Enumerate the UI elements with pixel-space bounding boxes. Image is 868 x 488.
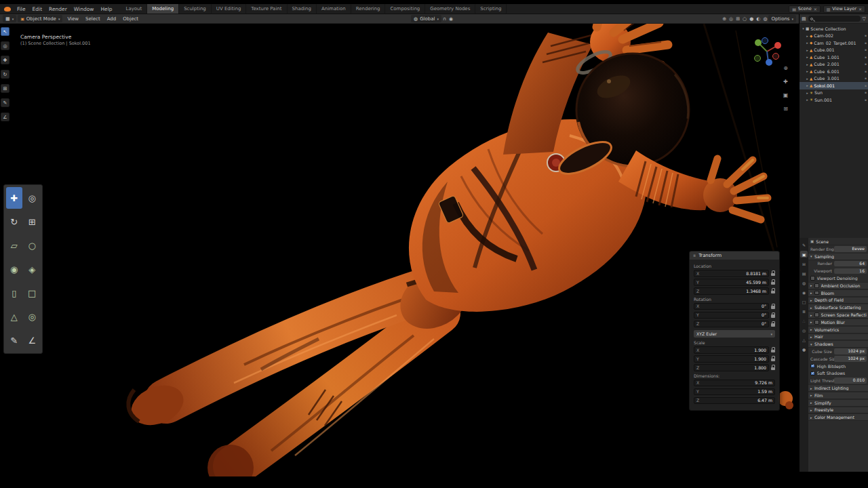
view-layer-chip[interactable]: ▥ View Layer ✕	[823, 5, 865, 13]
annotate-tool[interactable]: ✎	[1, 98, 9, 107]
field-value-viewport[interactable]: 16	[834, 268, 867, 274]
lock-icon[interactable]	[771, 288, 775, 293]
measure-tool[interactable]: ∠	[24, 329, 41, 351]
workspace-tab-texture-paint[interactable]: Texture Paint	[246, 4, 287, 14]
outliner-row-sokol-001[interactable]: ▸▲Sokol.001▪	[800, 82, 868, 89]
viewport-menu-add[interactable]: Add	[104, 16, 120, 22]
check-row-soft-shadows[interactable]: Soft Shadows	[808, 370, 868, 378]
transform-dimensions-x[interactable]: X9.726 m	[694, 380, 775, 387]
checkbox-screen-space-reflections[interactable]	[814, 312, 819, 317]
outliner-row-cube-6-001[interactable]: ▸▲Cube_6.001▪	[800, 68, 868, 75]
disclosure-icon[interactable]: ▸	[805, 98, 810, 102]
object-data-tab[interactable]: △	[800, 336, 808, 343]
rotate-tool[interactable]: ↻	[6, 211, 22, 232]
section-bloom[interactable]: ▸Bloom	[808, 289, 868, 297]
checkbox-bloom[interactable]	[814, 291, 819, 296]
checkbox-ambient-occlusion[interactable]	[814, 283, 819, 288]
visibility-icon[interactable]: ▪	[865, 41, 867, 45]
outliner-row-sun[interactable]: ▸☀Sun▪	[800, 89, 868, 97]
workspace-tab-modeling[interactable]: Modeling	[147, 4, 179, 14]
mode-dropdown[interactable]: ▣ Object Mode ▾	[18, 15, 62, 22]
section-screen-space-reflections[interactable]: ▸Screen Space Reflections	[808, 311, 868, 319]
checkbox-motion-blur[interactable]	[814, 320, 819, 325]
transform-orientation-dropdown[interactable]: ◍ Global ▾	[411, 15, 441, 22]
workspace-tab-geometry-nodes[interactable]: Geometry Nodes	[425, 4, 475, 14]
pan-icon[interactable]: ✚	[781, 77, 790, 86]
shading-wireframe-icon[interactable]: ○	[743, 16, 747, 22]
particles-tab[interactable]: ∴	[800, 317, 808, 324]
rotate-tool[interactable]: ↻	[1, 70, 9, 79]
transform-scale-x[interactable]: X1.900	[694, 346, 769, 354]
add-plane-tool[interactable]: ▱	[6, 235, 22, 256]
workspace-tab-sculpting[interactable]: Sculpting	[179, 4, 212, 14]
close-icon[interactable]: ✕	[814, 7, 817, 12]
section-subsurface-scattering[interactable]: ▸Subsurface Scattering	[808, 304, 868, 311]
transform-scale-y[interactable]: Y1.900	[694, 355, 769, 363]
disclosure-icon[interactable]: ▸	[805, 69, 810, 73]
editor-type-icon[interactable]: ▤	[802, 16, 806, 22]
select-box-tool[interactable]: ↖	[1, 27, 9, 36]
xray-toggle-icon[interactable]: ⊞	[736, 16, 740, 22]
outliner-row-cube-3-001[interactable]: ▸▲Cube_3.001▪	[800, 75, 868, 83]
filter-icon[interactable]: ▽	[863, 16, 866, 22]
field-value-cascade-size[interactable]: 1024 px	[834, 356, 867, 362]
disclosure-icon[interactable]: ▸	[805, 41, 810, 45]
section-depth-of-field[interactable]: ▸Depth of Field	[808, 297, 868, 304]
navigation-gizmo[interactable]	[751, 35, 783, 66]
shading-solid-icon[interactable]: ●	[749, 16, 753, 22]
disclosure-icon[interactable]: ▸	[805, 77, 810, 81]
workspace-tab-scripting[interactable]: Scripting	[475, 4, 507, 14]
tool-tab[interactable]: ✎	[800, 241, 808, 248]
disclosure-icon[interactable]: ▾	[801, 26, 806, 30]
shading-rendered-icon[interactable]: ◍	[763, 16, 767, 22]
transform-dimensions-y[interactable]: Y1.59 m	[694, 388, 775, 396]
visibility-icon[interactable]: ▪	[865, 62, 867, 66]
visibility-icon[interactable]: ▪	[865, 34, 867, 37]
lock-icon[interactable]	[771, 356, 775, 361]
outliner-row-sun-001[interactable]: ▸☀Sun.001▪	[800, 96, 868, 104]
scene-tab[interactable]: ◍	[800, 279, 808, 286]
visibility-icon[interactable]: ▪	[865, 56, 867, 59]
outliner-row-cube-2-001[interactable]: ▸▲Cube_2.001▪	[800, 61, 868, 68]
drag-handle-icon[interactable]: ≣	[693, 253, 696, 258]
field-value-render-engine[interactable]: Eevee	[834, 246, 867, 252]
section-freestyle[interactable]: ▸Freestyle	[808, 407, 868, 414]
annotate-tool[interactable]: ✎	[6, 329, 22, 351]
transform-rotation-z[interactable]: Z0°	[694, 321, 769, 328]
visibility-icon[interactable]: ▪	[865, 48, 867, 52]
transform-rotation-x[interactable]: X0°	[694, 303, 769, 310]
search-input[interactable]	[808, 16, 861, 22]
options-dropdown[interactable]: Options ▾	[768, 15, 796, 22]
scene-chip[interactable]: ▤ Scene ✕	[789, 5, 821, 13]
move-tool[interactable]: ✚	[1, 56, 9, 64]
visibility-icon[interactable]: ▪	[865, 77, 867, 80]
outliner-row-scene-collection[interactable]: ▾▦Scene Collection	[800, 25, 868, 33]
disclosure-icon[interactable]: ▸	[805, 34, 810, 38]
check-row-viewport-denoising[interactable]: Viewport Denoising	[808, 274, 868, 282]
close-icon[interactable]: ✕	[859, 7, 862, 12]
disclosure-icon[interactable]: ▸	[805, 55, 810, 59]
section-indirect-lighting[interactable]: ▸Indirect Lighting	[808, 384, 868, 392]
view-layer-tab[interactable]: ▤	[800, 270, 808, 277]
visibility-icon[interactable]: ▪	[865, 91, 867, 94]
transform-location-z[interactable]: Z1.3468 m	[694, 287, 769, 295]
object-tab[interactable]: □	[800, 298, 808, 305]
lock-icon[interactable]	[771, 312, 775, 318]
checkbox-viewport-denoising[interactable]	[810, 276, 815, 281]
section-motion-blur[interactable]: ▸Motion Blur	[808, 319, 868, 326]
lock-icon[interactable]	[771, 304, 775, 309]
field-value-render[interactable]: 64	[834, 261, 867, 267]
menu-edit[interactable]: Edit	[29, 6, 46, 12]
section-simplify[interactable]: ▸Simplify	[808, 399, 868, 407]
zoom-icon[interactable]: ⊕	[781, 64, 790, 73]
lock-icon[interactable]	[771, 279, 775, 285]
lock-icon[interactable]	[771, 270, 775, 276]
field-value-light-threshold[interactable]: 0.010	[834, 378, 867, 384]
workspace-tab-rendering[interactable]: Rendering	[351, 4, 386, 14]
check-row-high-bitdepth[interactable]: High Bitdepth	[808, 363, 868, 370]
menu-render[interactable]: Render	[45, 6, 71, 12]
viewport-3d[interactable]: Camera Perspective (1) Scene Collection …	[0, 24, 799, 476]
workspace-tab-layout[interactable]: Layout	[121, 4, 147, 14]
add-cube-tool[interactable]: □	[24, 282, 41, 304]
shading-material-icon[interactable]: ◐	[756, 16, 760, 22]
